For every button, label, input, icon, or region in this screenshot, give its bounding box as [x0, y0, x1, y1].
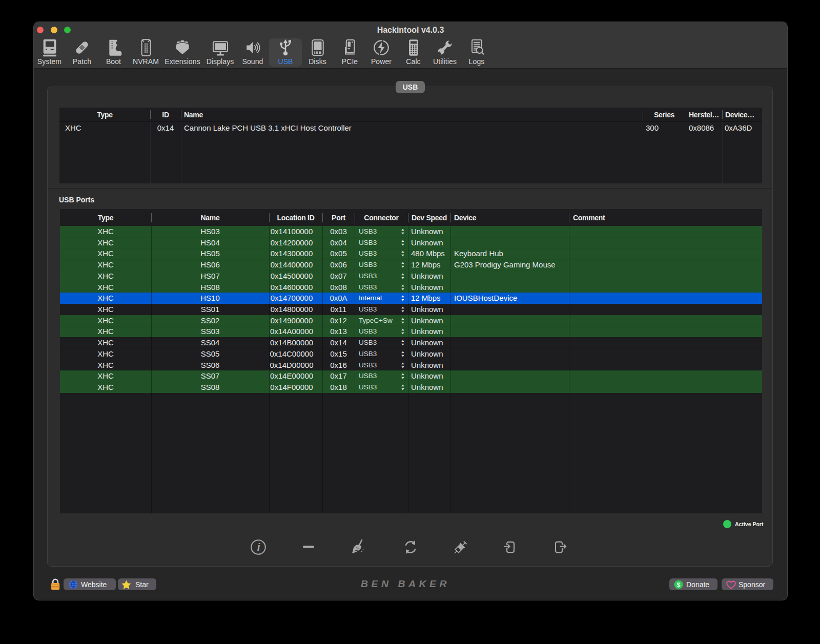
svg-text:i: i: [257, 542, 260, 553]
svg-text:$: $: [677, 581, 681, 589]
